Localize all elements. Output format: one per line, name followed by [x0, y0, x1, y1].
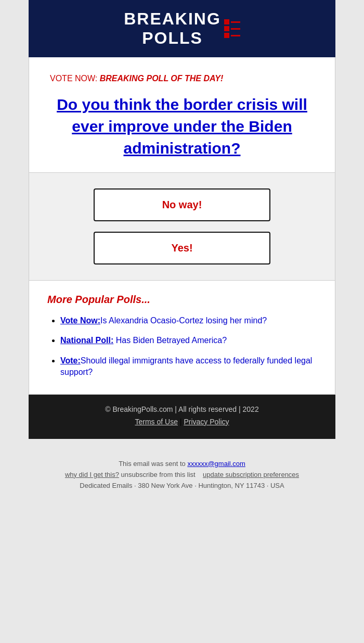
poll-item-2-text[interactable]: Has Biden Betrayed America? [113, 336, 227, 345]
poll-question: Do you think the border crisis will ever… [50, 94, 314, 159]
more-polls-title: More Popular Polls... [47, 294, 317, 306]
vote-label: VOTE NOW: BREAKING POLL OF THE DAY! [50, 73, 314, 84]
recipient-email[interactable]: xxxxxx@gmail.com [187, 460, 245, 468]
more-polls-section: More Popular Polls... Vote Now:Is Alexan… [29, 281, 335, 395]
yes-button[interactable]: Yes! [94, 232, 270, 264]
options-section: No way! Yes! [29, 173, 335, 281]
unsubscribe-text: unsubscribe from this list [121, 471, 196, 478]
bottom-address: Dedicated Emails · 380 New York Ave · Hu… [10, 482, 354, 489]
header: BREAKING POLLS [29, 0, 335, 57]
logo-text: BREAKING POLLS [124, 9, 221, 48]
footer-links: Terms of Use | Privacy Policy [39, 418, 325, 426]
vote-label-prefix: VOTE NOW: [50, 74, 100, 83]
terms-of-use-link[interactable]: Terms of Use [135, 418, 177, 426]
logo-line2: POLLS [142, 29, 203, 47]
no-way-button[interactable]: No way! [94, 188, 270, 221]
poll-item-3-text[interactable]: Should illegal immigrants have access to… [60, 356, 312, 376]
outer-wrapper: BREAKING POLLS [0, 0, 364, 500]
footer-copyright: © BreakingPolls.com | All rights reserve… [39, 405, 325, 413]
why-link[interactable]: why did I get this? [65, 471, 119, 478]
footer: © BreakingPolls.com | All rights reserve… [29, 395, 335, 439]
vote-section: VOTE NOW: BREAKING POLL OF THE DAY! Do y… [29, 57, 335, 173]
email-container: BREAKING POLLS [29, 0, 335, 439]
logo-line1: BREAKING [124, 9, 221, 28]
sent-prefix: This email was sent to [119, 460, 187, 468]
update-preferences-link[interactable]: update subscription preferences [203, 471, 299, 478]
privacy-policy-link[interactable]: Privacy Policy [184, 418, 229, 426]
poll-item-3-label[interactable]: Vote: [60, 356, 81, 365]
bottom-links: why did I get this? unsubscribe from thi… [10, 471, 354, 478]
logo-area: BREAKING POLLS [124, 9, 240, 48]
list-item: Vote Now:Is Alexandria Ocasio-Cortez los… [60, 315, 317, 326]
poll-item-1-text[interactable]: Is Alexandria Ocasio-Cortez losing her m… [100, 316, 267, 325]
poll-item-1-label[interactable]: Vote Now: [60, 316, 100, 325]
email-sent-text: This email was sent to xxxxxx@gmail.com [10, 460, 354, 468]
list-item: National Poll: Has Biden Betrayed Americ… [60, 335, 317, 346]
logo-icon [224, 19, 240, 38]
list-item: Vote:Should illegal immigrants have acce… [60, 355, 317, 379]
polls-list: Vote Now:Is Alexandria Ocasio-Cortez los… [47, 315, 317, 379]
poll-item-2-label[interactable]: National Poll: [60, 336, 113, 345]
bottom-bar: This email was sent to xxxxxx@gmail.com … [0, 439, 364, 500]
vote-label-emphasis: BREAKING POLL OF THE DAY! [100, 74, 224, 83]
